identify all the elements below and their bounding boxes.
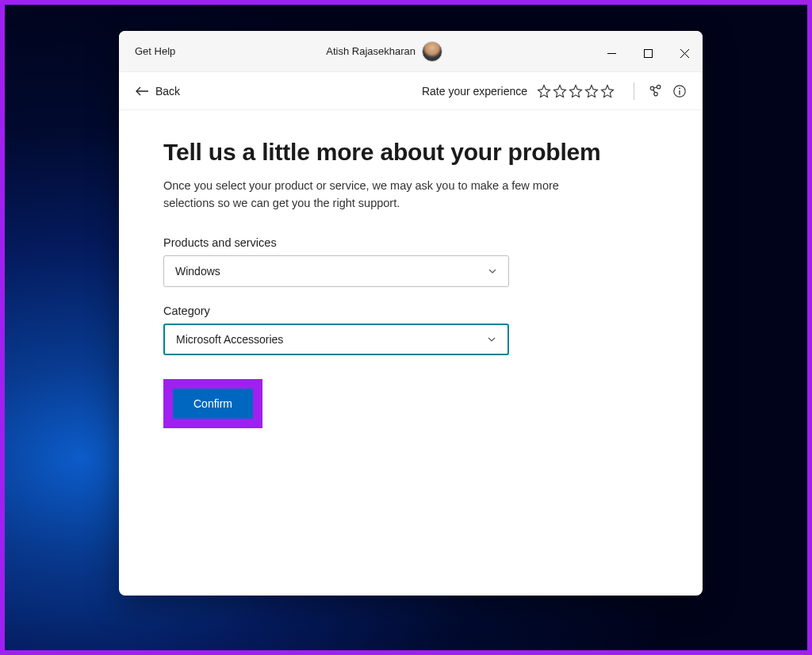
page-subtext: Once you select your product or service,…: [163, 177, 592, 213]
get-help-window: Get Help Atish Rajasekharan Back R: [119, 31, 703, 596]
share-icon[interactable]: [649, 84, 663, 98]
toolbar-divider: [634, 82, 634, 100]
svg-point-6: [657, 85, 661, 89]
minimize-button[interactable]: [593, 41, 630, 67]
confirm-highlight-box: Confirm: [163, 379, 262, 428]
category-value: Microsoft Accessories: [176, 333, 487, 346]
star-1[interactable]: [537, 84, 551, 98]
category-label: Category: [163, 305, 658, 317]
rating-stars: [537, 84, 615, 98]
titlebar-user-area[interactable]: Atish Rajasekharan: [175, 41, 593, 62]
app-title: Get Help: [135, 45, 175, 57]
back-label: Back: [155, 85, 180, 98]
svg-point-7: [654, 92, 658, 96]
chevron-down-icon: [488, 266, 497, 276]
info-icon[interactable]: [672, 84, 687, 98]
page-heading: Tell us a little more about your problem: [163, 139, 658, 166]
main-content: Tell us a little more about your problem…: [119, 110, 703, 596]
svg-line-9: [653, 90, 656, 93]
minimize-icon: [607, 49, 616, 58]
chevron-down-icon: [487, 335, 496, 344]
user-name: Atish Rajasekharan: [326, 45, 416, 57]
window-controls: [593, 36, 703, 67]
titlebar: Get Help Atish Rajasekharan: [119, 31, 703, 72]
star-4[interactable]: [584, 84, 599, 98]
close-icon: [680, 49, 689, 58]
star-2[interactable]: [553, 84, 567, 98]
products-value: Windows: [175, 265, 488, 278]
category-select[interactable]: Microsoft Accessories: [163, 324, 509, 355]
products-select[interactable]: Windows: [163, 255, 509, 287]
maximize-icon: [644, 49, 653, 58]
close-button[interactable]: [666, 41, 703, 67]
back-button[interactable]: Back: [127, 80, 188, 102]
back-arrow-icon: [135, 86, 149, 97]
maximize-button[interactable]: [630, 41, 666, 67]
avatar[interactable]: [422, 41, 442, 62]
star-5[interactable]: [600, 84, 615, 98]
toolbar: Back Rate your experience: [119, 72, 703, 110]
products-label: Products and services: [163, 236, 658, 249]
svg-rect-1: [644, 50, 652, 58]
svg-point-11: [679, 87, 680, 89]
rate-label: Rate your experience: [422, 85, 527, 98]
star-3[interactable]: [569, 84, 583, 98]
confirm-button[interactable]: Confirm: [173, 389, 253, 419]
